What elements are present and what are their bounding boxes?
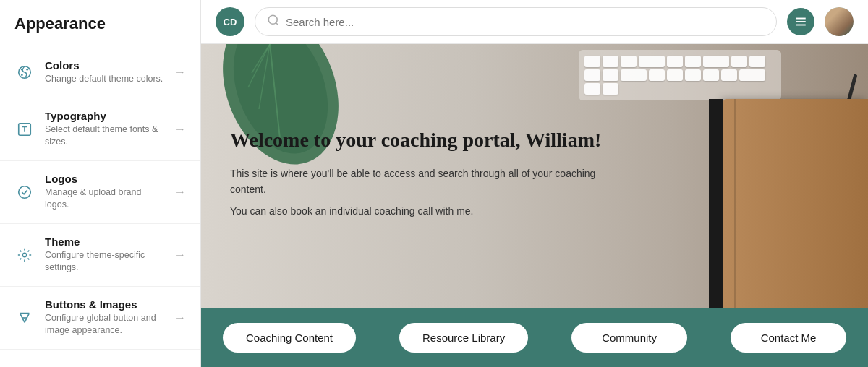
key-decoration bbox=[685, 56, 701, 67]
hero-text-1: This site is where you'll be able to acc… bbox=[230, 165, 621, 198]
logos-icon bbox=[14, 182, 35, 202]
logos-arrow-icon: → bbox=[174, 186, 186, 199]
key-decoration bbox=[621, 69, 647, 81]
sidebar-item-colors[interactable]: Colors Change default theme colors. → bbox=[0, 48, 200, 98]
typography-icon bbox=[14, 119, 35, 139]
colors-arrow-icon: → bbox=[174, 66, 186, 79]
profile-avatar[interactable] bbox=[825, 7, 854, 36]
svg-point-5 bbox=[19, 186, 31, 198]
key-decoration bbox=[685, 69, 701, 81]
sidebar-item-typography[interactable]: Typography Select default theme fonts & … bbox=[0, 98, 200, 161]
key-decoration bbox=[667, 69, 683, 81]
theme-icon bbox=[14, 245, 35, 265]
key-decoration bbox=[731, 56, 747, 67]
hero-notebook-decoration bbox=[723, 99, 868, 308]
key-decoration bbox=[603, 56, 618, 67]
sidebar-item-logos[interactable]: Logos Manage & upload brand logos. → bbox=[0, 161, 200, 224]
hero-text-2: You can also book an individual coaching… bbox=[230, 203, 621, 219]
sidebar-title: Appearance bbox=[0, 14, 200, 48]
search-input[interactable] bbox=[286, 16, 765, 28]
key-decoration bbox=[739, 69, 765, 81]
svg-point-1 bbox=[21, 69, 23, 71]
sidebar-item-typography-text: Typography Select default theme fonts & … bbox=[45, 110, 164, 149]
resource-library-button[interactable]: Resource Library bbox=[399, 323, 528, 353]
sidebar-item-buttons-images-text: Buttons & Images Configure global button… bbox=[45, 298, 164, 337]
typography-arrow-icon: → bbox=[174, 123, 186, 136]
key-decoration bbox=[703, 69, 719, 81]
sidebar-item-colors-text: Colors Change default theme colors. bbox=[45, 59, 164, 86]
contact-me-button[interactable]: Contact Me bbox=[731, 323, 846, 353]
svg-point-6 bbox=[22, 253, 27, 257]
svg-point-8 bbox=[268, 15, 277, 24]
hamburger-menu-button[interactable] bbox=[787, 8, 814, 35]
coaching-content-button[interactable]: Coaching Content bbox=[223, 323, 356, 353]
sidebar-item-theme-text: Theme Configure theme-specific settings. bbox=[45, 236, 164, 275]
header: CD bbox=[201, 0, 868, 44]
theme-arrow-icon: → bbox=[174, 249, 186, 262]
colors-icon bbox=[14, 62, 35, 82]
key-decoration bbox=[667, 56, 683, 67]
hero-title: Welcome to your coaching portal, William… bbox=[230, 127, 621, 153]
key-decoration bbox=[639, 56, 665, 67]
hero-book-spine bbox=[709, 99, 723, 308]
hero-content-area: Welcome to your coaching portal, William… bbox=[201, 105, 650, 247]
key-decoration bbox=[584, 83, 600, 95]
main-content: CD bbox=[201, 0, 868, 367]
key-decoration bbox=[584, 69, 600, 81]
key-decoration bbox=[621, 56, 637, 67]
key-decoration bbox=[603, 69, 618, 81]
key-decoration bbox=[649, 69, 665, 81]
key-decoration bbox=[703, 56, 729, 67]
user-avatar-initials: CD bbox=[216, 7, 244, 36]
svg-line-9 bbox=[276, 22, 278, 25]
svg-point-3 bbox=[21, 74, 23, 77]
svg-point-2 bbox=[26, 69, 28, 71]
nav-bar: Coaching Content Resource Library Commun… bbox=[201, 308, 868, 367]
key-decoration bbox=[584, 56, 600, 67]
sidebar-item-theme[interactable]: Theme Configure theme-specific settings.… bbox=[0, 224, 200, 287]
key-decoration bbox=[721, 69, 737, 81]
buttons-images-icon bbox=[14, 308, 35, 328]
key-decoration bbox=[603, 83, 618, 95]
sidebar-item-logos-text: Logos Manage & upload brand logos. bbox=[45, 173, 164, 212]
hero-section: Welcome to your coaching portal, William… bbox=[201, 44, 868, 308]
search-icon bbox=[267, 14, 280, 30]
sidebar: Appearance Colors Change default theme c… bbox=[0, 0, 201, 367]
hero-keyboard-decoration bbox=[579, 50, 781, 100]
community-button[interactable]: Community bbox=[571, 323, 687, 353]
buttons-images-arrow-icon: → bbox=[174, 311, 186, 324]
search-bar[interactable] bbox=[255, 7, 777, 36]
key-decoration bbox=[749, 56, 765, 67]
sidebar-item-buttons-images[interactable]: Buttons & Images Configure global button… bbox=[0, 287, 200, 350]
